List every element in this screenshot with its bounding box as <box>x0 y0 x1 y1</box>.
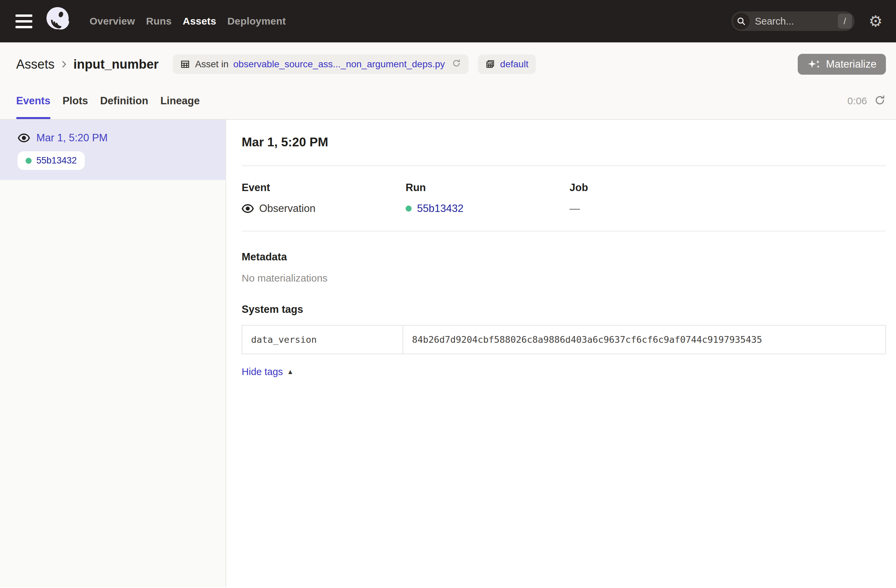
event-column-label: Event <box>242 182 405 194</box>
menu-icon[interactable] <box>15 14 32 28</box>
tab-plots[interactable]: Plots <box>62 83 88 119</box>
page-title: input_number <box>73 57 158 71</box>
asset-tabs: Events Plots Definition Lineage 0:06 <box>0 83 896 119</box>
system-tag-value: 84b26d7d9204cbf588026c8a9886d403a6c9637c… <box>403 326 885 354</box>
refresh-countdown: 0:06 <box>847 95 867 106</box>
page-header: Assets input_number Asset in observable_… <box>0 43 896 120</box>
event-run-id: 55b13432 <box>37 155 77 166</box>
breadcrumb-assets-link[interactable]: Assets <box>16 57 55 71</box>
asset-file-link[interactable]: observable_source_ass..._non_argument_de… <box>233 59 445 70</box>
materialize-button[interactable]: Materialize <box>798 54 886 75</box>
run-status-dot <box>405 205 411 211</box>
hide-tags-label: Hide tags <box>242 366 283 377</box>
event-detail-panel: Mar 1, 5:20 PM Event Observation Run 55b… <box>226 120 896 587</box>
tab-events[interactable]: Events <box>16 83 50 119</box>
asset-location-prefix: Asset in <box>195 59 229 70</box>
search-box[interactable]: / <box>731 11 855 31</box>
nav-menu: Overview Runs Assets Deployment <box>90 15 286 27</box>
event-detail-title: Mar 1, 5:20 PM <box>242 135 886 149</box>
event-list-sidebar: Mar 1, 5:20 PM 55b13432 <box>0 120 226 587</box>
asset-location-pill: Asset in observable_source_ass..._non_ar… <box>173 55 468 74</box>
job-column-label: Job <box>570 182 733 194</box>
event-type-value: Observation <box>259 202 315 214</box>
gear-icon[interactable]: ⚙ <box>869 14 882 29</box>
chevron-right-icon <box>59 59 69 69</box>
observation-eye-icon <box>17 133 30 143</box>
refresh-icon[interactable] <box>874 94 886 108</box>
repository-link[interactable]: default <box>500 59 529 70</box>
system-tag-key: data_version <box>242 326 403 354</box>
tab-definition[interactable]: Definition <box>100 83 148 119</box>
top-nav: Overview Runs Assets Deployment / ⚙ <box>0 0 896 43</box>
hide-tags-link[interactable]: Hide tags ▲ <box>242 366 294 377</box>
nav-item-overview[interactable]: Overview <box>90 15 135 27</box>
event-list-item[interactable]: Mar 1, 5:20 PM 55b13432 <box>0 120 226 180</box>
metadata-heading: Metadata <box>242 251 886 263</box>
collapse-triangle-icon: ▲ <box>287 368 294 376</box>
run-id-link[interactable]: 55b13432 <box>417 202 463 214</box>
metadata-empty-message: No materializations <box>242 272 886 284</box>
search-input[interactable] <box>755 16 822 27</box>
table-grid-icon <box>180 59 190 69</box>
breadcrumb: Assets input_number Asset in observable_… <box>0 43 896 83</box>
dagster-logo[interactable] <box>44 6 72 36</box>
search-icon <box>733 13 750 30</box>
run-column-label: Run <box>405 182 570 194</box>
reload-location-icon[interactable] <box>452 59 461 70</box>
repository-icon <box>485 59 495 69</box>
sparkles-icon <box>807 59 821 69</box>
repository-pill: default <box>478 55 536 74</box>
run-status-dot <box>26 158 32 164</box>
tab-lineage[interactable]: Lineage <box>160 83 200 119</box>
observation-eye-icon <box>242 204 254 214</box>
system-tags-heading: System tags <box>242 304 886 316</box>
job-empty-value: — <box>570 202 580 214</box>
nav-item-runs[interactable]: Runs <box>146 15 172 27</box>
materialize-label: Materialize <box>826 58 876 70</box>
event-timestamp: Mar 1, 5:20 PM <box>37 132 108 144</box>
system-tags-table: data_version 84b26d7d9204cbf588026c8a988… <box>242 325 886 354</box>
search-shortcut-key: / <box>838 14 852 29</box>
event-run-pill[interactable]: 55b13432 <box>17 151 85 170</box>
nav-item-deployment[interactable]: Deployment <box>227 15 286 27</box>
nav-item-assets[interactable]: Assets <box>183 15 216 27</box>
